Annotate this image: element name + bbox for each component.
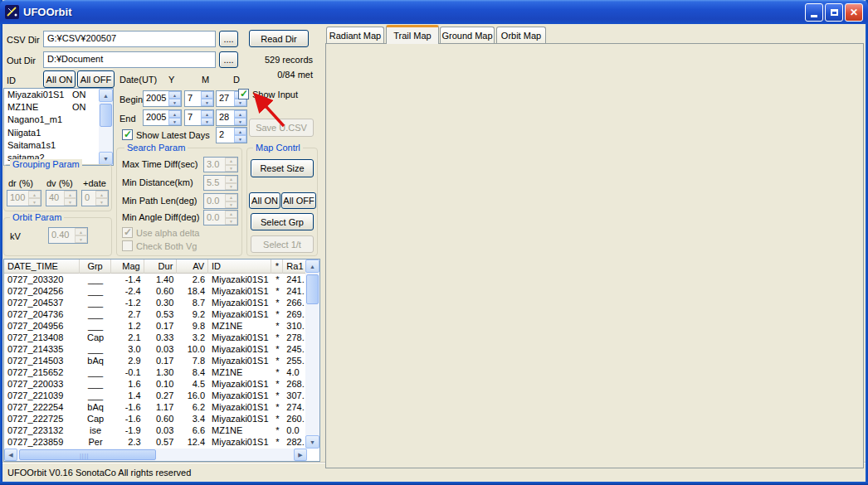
show-latest-days-spinner[interactable]: 2▲▼ [216, 127, 247, 143]
table-cell: 1.2 [111, 320, 144, 332]
table-hscrollbar[interactable]: ◀ |||| ▶ [4, 449, 307, 461]
max-time-diff-spinner[interactable]: 3.0▲▼ [203, 157, 238, 172]
spin-up-icon[interactable]: ▲ [234, 110, 246, 118]
table-row[interactable]: 0727_222254bAq-1.61.176.2Miyazaki01S1*27… [4, 401, 319, 413]
id-list-item[interactable]: Miyazaki01S1ON [4, 89, 113, 101]
table-row[interactable]: 0727_214335___3.00.0310.0Miyazaki01S1*24… [4, 343, 319, 355]
table-row[interactable]: 0727_204537___-1.20.308.7Miyazaki01S1*26… [4, 297, 319, 308]
table-row[interactable]: 0727_203320___-1.41.402.6Miyazaki01S1*24… [4, 274, 319, 285]
select-1t-button[interactable]: Select 1/t [251, 235, 314, 253]
scroll-right-icon[interactable]: ▶ [294, 449, 307, 461]
maximize-button[interactable] [825, 3, 843, 22]
scroll-left-icon[interactable]: ◀ [4, 449, 17, 461]
begin-year-spinner[interactable]: 2005▲▼ [143, 90, 182, 107]
check-both-vg-checkbox[interactable] [122, 240, 133, 251]
table-cell: 2.3 [111, 436, 144, 448]
id-list-item[interactable]: Saitama1s1 [4, 139, 113, 152]
plusdate-spinner[interactable]: 0▲▼ [81, 190, 109, 206]
id-all-off-button[interactable]: All OFF [77, 70, 115, 88]
end-year-spinner[interactable]: 2005▲▼ [143, 109, 182, 126]
select-grp-button[interactable]: Select Grp [251, 213, 314, 230]
tab-radiant-map[interactable]: Radiant Map [326, 27, 384, 44]
scroll-up-icon[interactable]: ▲ [99, 89, 113, 102]
table-cell: ___ [80, 274, 111, 285]
spin-up-icon[interactable]: ▲ [201, 91, 213, 99]
table-row[interactable]: 0727_204956___1.20.179.8MZ1NE*310. [4, 320, 319, 332]
spin-down-icon[interactable]: ▼ [201, 118, 213, 125]
map-all-on-button[interactable]: All ON [249, 192, 280, 209]
dv-spinner[interactable]: 40▲▼ [46, 190, 77, 206]
table-header[interactable]: DATE_TIMEGrpMagDurAVID*Ra1 [4, 259, 319, 274]
kv-spinner[interactable]: 0.40▲▼ [48, 227, 88, 244]
scroll-down-icon[interactable]: ▼ [99, 152, 113, 165]
show-input-checkbox[interactable] [238, 89, 249, 99]
end-day-spinner[interactable]: 28▲▼ [216, 109, 247, 126]
out-dir-input[interactable]: D:¥Document [43, 51, 216, 68]
table-cell: 0.03 [144, 424, 178, 436]
table-row[interactable]: 0727_223132ise-1.90.036.6MZ1NE*0.0 [4, 424, 319, 436]
column-header[interactable]: ID [208, 259, 271, 274]
use-alpha-delta-checkbox[interactable] [122, 227, 133, 238]
column-header[interactable]: Grp [80, 259, 111, 274]
spin-down-icon[interactable]: ▼ [234, 135, 246, 143]
table-row[interactable]: 0727_204256___-2.40.6018.4Miyazaki01S1*2… [4, 285, 319, 297]
minimize-button[interactable] [805, 3, 823, 22]
read-dir-button[interactable]: Read Dir [249, 30, 309, 47]
begin-month-spinner[interactable]: 7▲▼ [184, 90, 214, 107]
titlebar[interactable]: UFOOrbit ✕ [0, 0, 868, 24]
tab-trail-map[interactable]: Trail Map [386, 25, 439, 44]
end-month-spinner[interactable]: 7▲▼ [184, 109, 214, 126]
id-list-item[interactable]: Niigata1 [4, 127, 113, 139]
table-row[interactable]: 0727_220033___1.60.104.5Miyazaki01S1*268… [4, 378, 319, 390]
tab-orbit-map[interactable]: Orbit Map [496, 27, 546, 44]
table-row[interactable]: 0727_222725Cap-1.60.603.4Miyazaki01S1*26… [4, 413, 319, 424]
csv-dir-input[interactable]: G:¥CSV¥200507 [43, 31, 216, 47]
column-header[interactable]: Mag [111, 259, 144, 274]
table-row[interactable]: 0727_223859Per2.30.5712.4Miyazaki01S1*28… [4, 436, 319, 448]
table-row[interactable]: 0727_214503bAq2.90.177.8Miyazaki01S1*255… [4, 355, 319, 366]
table-row[interactable]: 0727_213408Cap2.10.333.2Miyazaki01S1*278… [4, 332, 319, 343]
table-row[interactable]: 0727_221039___1.40.2716.0Miyazaki01S1*30… [4, 390, 319, 401]
column-header[interactable]: Dur [144, 259, 178, 274]
min-angle-diff-spinner[interactable]: 0.0▲▼ [203, 210, 238, 226]
dr-spinner[interactable]: 100▲▼ [7, 190, 41, 206]
spin-up-icon[interactable]: ▲ [234, 128, 246, 135]
spin-up-icon[interactable]: ▲ [168, 110, 181, 118]
scroll-thumb[interactable] [100, 104, 112, 127]
spin-down-icon[interactable]: ▼ [201, 99, 213, 106]
scroll-up-icon[interactable]: ▲ [305, 259, 319, 273]
id-all-on-button[interactable]: All ON [43, 70, 76, 88]
close-button[interactable]: ✕ [845, 3, 863, 22]
table-vscrollbar[interactable]: ▲ ▼ [305, 259, 319, 449]
table-row[interactable]: 0727_204736___2.70.539.2Miyazaki01S1*269… [4, 308, 319, 320]
show-latest-days-checkbox[interactable] [122, 129, 133, 140]
tab-ground-map[interactable]: Ground Map [440, 27, 495, 44]
reset-size-button[interactable]: Reset Size [251, 159, 314, 177]
station-id-list[interactable]: Miyazaki01S1ONMZ1NEONNagano1_m1Niigata1S… [3, 88, 114, 166]
scroll-thumb[interactable]: |||| [19, 449, 156, 460]
table-cell: MZ1NE [208, 424, 271, 436]
spin-down-icon[interactable]: ▼ [234, 99, 246, 106]
spin-up-icon[interactable]: ▲ [201, 110, 213, 118]
scroll-thumb[interactable] [306, 274, 319, 304]
map-all-off-button[interactable]: All OFF [281, 192, 316, 209]
spin-down-icon[interactable]: ▼ [168, 99, 181, 106]
table-cell: -1.6 [111, 413, 144, 424]
column-header[interactable]: AV [177, 259, 208, 274]
column-header[interactable]: * [271, 259, 283, 274]
id-list-scrollbar[interactable]: ▲ ▼ [99, 89, 113, 165]
min-distance-spinner[interactable]: 5.5▲▼ [203, 175, 238, 191]
id-list-item[interactable]: Nagano1_m1 [4, 114, 113, 126]
save-ucsv-button[interactable]: Save U.CSV [249, 119, 314, 137]
out-dir-browse-button[interactable]: .... [219, 51, 238, 68]
spin-down-icon[interactable]: ▼ [234, 118, 246, 125]
column-header[interactable]: DATE_TIME [4, 259, 80, 274]
scroll-down-icon[interactable]: ▼ [305, 435, 319, 449]
min-path-len-spinner[interactable]: 0.0▲▼ [203, 193, 238, 209]
id-list-item[interactable]: MZ1NEON [4, 101, 113, 114]
table-row[interactable]: 0727_215652___-0.11.308.4MZ1NE*4.0 [4, 366, 319, 378]
meteor-table[interactable]: DATE_TIMEGrpMagDurAVID*Ra1 0727_203320__… [3, 259, 320, 462]
spin-up-icon[interactable]: ▲ [168, 91, 181, 99]
spin-down-icon[interactable]: ▼ [168, 118, 181, 125]
csv-dir-browse-button[interactable]: .... [219, 31, 238, 47]
